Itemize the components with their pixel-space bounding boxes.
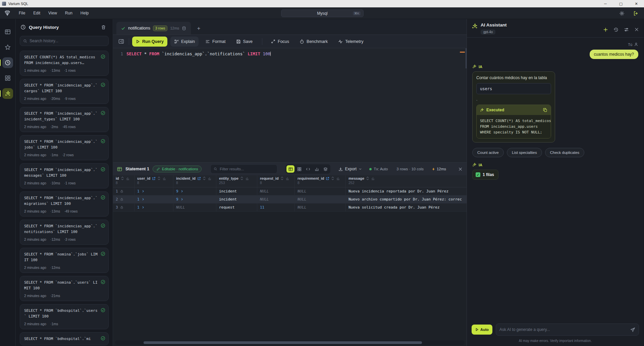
connection-selector[interactable]: Mysql ⌘K xyxy=(281,9,364,17)
history-item[interactable]: SELECT * FROM `bdhospital`.`mi xyxy=(20,332,109,345)
cell-id[interactable]: 3 xyxy=(113,204,135,211)
sidebar-item-ai[interactable] xyxy=(2,88,13,99)
explain-button[interactable]: Explain xyxy=(170,37,199,47)
export-button[interactable]: Export xyxy=(338,167,362,171)
column-header-request_id[interactable]: request_id8 xyxy=(257,175,295,187)
benchmark-button[interactable]: Benchmark xyxy=(296,37,331,47)
view-layers-button[interactable] xyxy=(321,165,329,173)
focus-button[interactable]: Focus xyxy=(267,37,293,47)
cell-id[interactable]: 1 xyxy=(113,187,135,195)
menu-run[interactable]: Run xyxy=(61,11,76,15)
column-header-user_id[interactable]: user_id8 xyxy=(135,175,173,187)
sort-icon[interactable] xyxy=(331,176,334,180)
cell-requirement_id[interactable]: NULL xyxy=(295,195,346,203)
view-grid-button[interactable] xyxy=(295,165,303,173)
editable-badge[interactable]: Editable · notifications xyxy=(153,166,202,172)
cell-request_id[interactable]: 11 xyxy=(257,204,295,211)
suggestion-chip-list-specialties[interactable]: List specialties xyxy=(507,148,542,157)
cell-request_id[interactable]: NULL xyxy=(257,195,295,203)
foreign-key-link-icon[interactable] xyxy=(152,177,156,180)
expand-row-icon[interactable] xyxy=(180,190,183,193)
sort-icon[interactable] xyxy=(157,176,161,180)
filter-results-input[interactable] xyxy=(220,167,274,171)
history-item[interactable]: SELECT * FROM `incidencias_app`.`message… xyxy=(20,163,109,188)
column-header-entity_type[interactable]: entity_type253 xyxy=(216,175,257,187)
cell-user_id[interactable]: 1 xyxy=(135,195,173,203)
history-item[interactable]: SELECT * FROM `incidencias_app`.`migrati… xyxy=(20,191,109,217)
cell-incident_id[interactable]: NULL xyxy=(173,204,216,211)
column-stats-icon[interactable] xyxy=(126,176,130,180)
column-stats-icon[interactable] xyxy=(245,176,249,180)
horizontal-scrollbar[interactable] xyxy=(115,340,465,345)
send-button[interactable] xyxy=(630,327,635,332)
model-badge[interactable]: gpt-4o xyxy=(481,30,495,35)
editor-scrollbar[interactable] xyxy=(466,48,467,68)
cell-request_id[interactable]: NULL xyxy=(257,187,295,195)
sort-icon[interactable] xyxy=(203,176,206,180)
cell-entity_type[interactable]: incident xyxy=(216,187,257,195)
logout-icon[interactable] xyxy=(631,9,641,18)
foreign-key-link-icon[interactable] xyxy=(326,177,329,180)
new-tab-button[interactable]: + xyxy=(191,25,206,35)
run-query-button[interactable]: Run Query xyxy=(132,37,167,47)
cell-entity_type[interactable]: incident xyxy=(216,195,257,203)
column-header-incident_id[interactable]: incident_id8 xyxy=(173,175,216,187)
close-button[interactable]: ✕ xyxy=(629,0,644,7)
auto-mode-button[interactable]: Auto xyxy=(472,325,492,335)
menu-file[interactable]: File xyxy=(15,11,29,15)
column-stats-icon[interactable] xyxy=(336,176,340,180)
save-button[interactable]: Save xyxy=(232,37,257,47)
ai-query-input-box[interactable] xyxy=(496,324,639,336)
expand-row-icon[interactable] xyxy=(142,198,145,201)
maximize-button[interactable]: ▢ xyxy=(613,0,629,7)
column-stats-icon[interactable] xyxy=(285,176,289,180)
history-search[interactable] xyxy=(20,36,109,46)
cell-user_id[interactable]: 1 xyxy=(135,187,173,195)
history-item[interactable]: SELECT COUNT(*) AS total_medicos FROM in… xyxy=(20,51,109,76)
sidebar-item-favorites[interactable] xyxy=(2,42,13,53)
toggle-sidebar-button[interactable] xyxy=(116,37,126,46)
sort-icon[interactable] xyxy=(280,176,284,180)
cell-requirement_id[interactable]: NULL xyxy=(295,187,346,195)
cell-incident_id[interactable]: 9 xyxy=(173,195,216,203)
table-name-field[interactable]: users xyxy=(476,83,551,94)
cell-message[interactable]: Nuevo archivo compartido por Dr. Juan Pé… xyxy=(346,195,467,203)
menu-help[interactable]: Help xyxy=(76,11,93,15)
expand-row-icon[interactable] xyxy=(180,198,183,201)
sort-icon[interactable] xyxy=(121,176,124,180)
clear-history-button[interactable] xyxy=(99,22,108,32)
history-item[interactable]: SELECT * FROM `nomina`.`users` LIMIT 100… xyxy=(20,276,109,301)
table-row[interactable]: 119incidentNULLNULLNueva incidencia repo… xyxy=(113,187,467,195)
copy-sql-button[interactable] xyxy=(543,108,547,112)
menu-view[interactable]: View xyxy=(44,11,61,15)
column-stats-icon[interactable] xyxy=(162,176,166,180)
suggestion-chip-check-duplicates[interactable]: Check duplicates xyxy=(545,148,585,157)
suggestion-chip-count-active[interactable]: Count active xyxy=(472,148,504,157)
history-search-input[interactable] xyxy=(30,39,105,43)
history-item[interactable]: SELECT * FROM `incidencias_app`.`cargos`… xyxy=(20,79,109,104)
expand-row-icon[interactable] xyxy=(142,206,145,209)
history-item[interactable]: SELECT * FROM `bdhospital`.`users` LIMIT… xyxy=(20,304,109,329)
chat-settings-button[interactable] xyxy=(624,27,629,32)
history-item[interactable]: SELECT * FROM `incidencias_app`.`jobs` L… xyxy=(20,135,109,160)
result-rows-badge[interactable]: ✓ 1 filas xyxy=(472,170,498,180)
cell-message[interactable]: Nueva incidencia reportada por Dr. Juan … xyxy=(346,187,467,195)
foreign-key-link-icon[interactable] xyxy=(197,177,201,180)
filter-results[interactable] xyxy=(210,164,277,174)
cell-incident_id[interactable]: 9 xyxy=(173,187,216,195)
ai-query-input[interactable] xyxy=(499,327,630,332)
column-stats-icon[interactable] xyxy=(208,176,212,180)
format-button[interactable]: Format xyxy=(202,37,229,47)
tx-mode[interactable]: Tx: Auto xyxy=(369,167,388,171)
history-item[interactable]: SELECT * FROM `nomina`.`jobs` LIMIT 1002… xyxy=(20,248,109,273)
scrollbar-thumb[interactable] xyxy=(144,341,422,344)
view-chart-button[interactable] xyxy=(313,165,321,173)
telemetry-button[interactable]: Telemetry xyxy=(334,37,367,47)
close-results-button[interactable] xyxy=(458,167,463,171)
sidebar-item-tables[interactable] xyxy=(2,26,13,37)
sidebar-item-snippets[interactable] xyxy=(2,73,13,83)
cell-requirement_id[interactable]: NULL xyxy=(295,204,346,211)
cell-id[interactable]: 2 xyxy=(113,195,135,203)
view-table-button[interactable] xyxy=(286,165,294,173)
column-header-requirement_id[interactable]: requirement_id8 xyxy=(295,175,346,187)
